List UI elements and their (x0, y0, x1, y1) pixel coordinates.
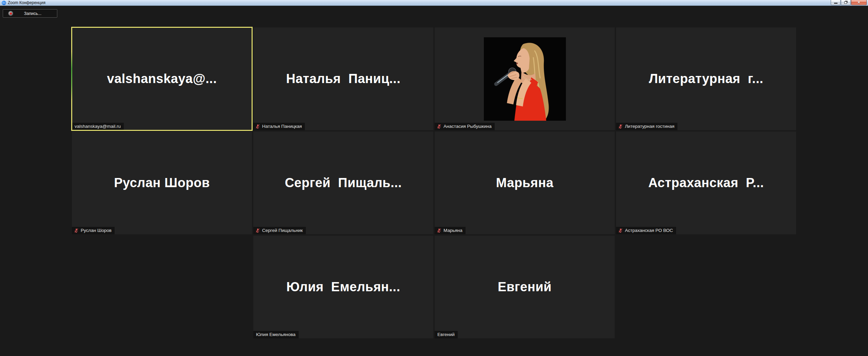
participant-name-label: Наталья Паницкая (253, 123, 305, 130)
participant-name-label: Марьяна (435, 227, 466, 234)
muted-mic-icon (437, 228, 441, 233)
minimize-button[interactable] (831, 0, 841, 5)
muted-mic-icon (74, 228, 79, 233)
participant-tile-valshanskaya[interactable]: valshanskaya@... valshanskaya@mail.ru (72, 27, 252, 130)
participant-tile-ruslan[interactable]: Руслан Шоров Руслан Шоров (72, 132, 252, 234)
close-icon: × (857, 0, 860, 4)
participant-tile-evgeniy[interactable]: Евгений Евгений (435, 236, 615, 338)
participant-display-name: Евгений (435, 236, 615, 338)
participant-video (435, 27, 615, 130)
participant-name-label: Евгений (435, 331, 458, 338)
minimize-icon (834, 3, 837, 4)
participant-display-name: valshanskaya@... (72, 27, 252, 130)
participant-tile-anastasia[interactable]: Анастасия Рыбушкина (435, 27, 615, 130)
participant-name-label: Сергей Пищальник (253, 227, 306, 234)
recording-label: Запись... (13, 11, 57, 16)
participant-tile-sergey[interactable]: Сергей Пищаль... Сергей Пищальник (253, 132, 433, 234)
record-icon (8, 11, 13, 16)
participant-tile-literaturnaya[interactable]: Литературная г... Литературная гостиная (616, 27, 796, 130)
participant-display-name: Астраханская Р... (616, 132, 796, 234)
singer-video-still (484, 37, 566, 121)
zoom-logo-icon: zoom (2, 1, 6, 5)
participant-tile-yulia[interactable]: Юлия Емельян... Юлия Емельянова (253, 236, 433, 338)
muted-mic-icon (255, 124, 260, 129)
muted-mic-icon (437, 124, 441, 129)
participant-display-name: Литературная г... (616, 27, 796, 130)
close-button[interactable]: × (851, 0, 867, 5)
window-controls: × (830, 0, 867, 5)
participant-name-label: valshanskaya@mail.ru (72, 123, 124, 130)
participant-tile-natalya[interactable]: Наталья Паниц... Наталья Паницкая (253, 27, 433, 130)
participant-name-label: Литературная гостиная (616, 123, 677, 130)
participant-name-label: Руслан Шоров (72, 227, 115, 234)
participant-display-name: Марьяна (435, 132, 615, 234)
participant-tile-maryana[interactable]: Марьяна Марьяна (435, 132, 615, 234)
participant-display-name: Юлия Емельян... (253, 236, 433, 338)
muted-mic-icon (255, 228, 260, 233)
participant-display-name: Руслан Шоров (72, 132, 252, 234)
participant-name-label: Юлия Емельянова (253, 331, 299, 338)
participant-display-name: Сергей Пищаль... (253, 132, 433, 234)
recording-indicator: Запись... (3, 9, 57, 18)
window-titlebar[interactable]: zoom Zoom Конференция × (0, 0, 868, 6)
muted-mic-icon (618, 228, 623, 233)
participant-name-label: Астраханская РО ВОС (616, 227, 676, 234)
restore-button[interactable] (841, 0, 851, 5)
participant-tile-astrakhanskaya[interactable]: Астраханская Р... Астраханская РО ВОС (616, 132, 796, 234)
participant-display-name: Наталья Паниц... (253, 27, 433, 130)
restore-icon (844, 1, 847, 4)
window-title: Zoom Конференция (8, 0, 45, 5)
gallery-grid: valshanskaya@... valshanskaya@mail.ru На… (72, 27, 796, 338)
participant-name-label: Анастасия Рыбушкина (435, 123, 495, 130)
muted-mic-icon (618, 124, 623, 129)
